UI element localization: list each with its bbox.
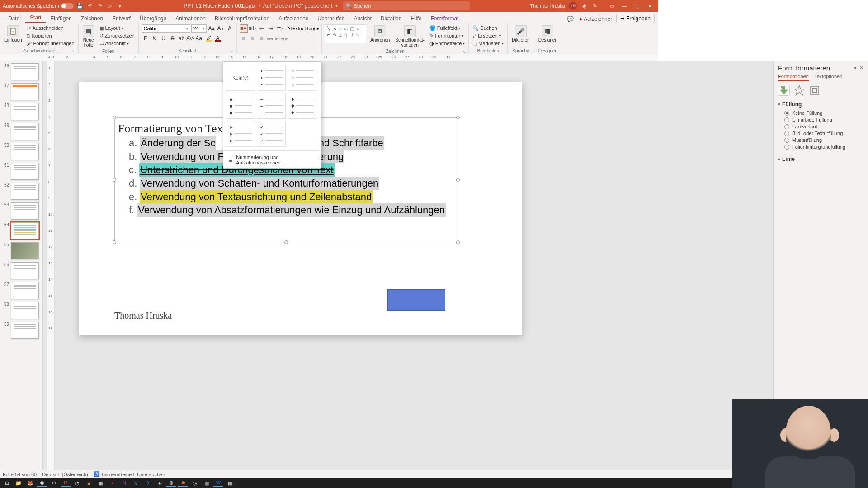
thumbnail-slide[interactable] xyxy=(11,282,39,299)
ribbon-options-icon[interactable]: ▭ xyxy=(606,1,618,10)
thumbnail-slide[interactable] xyxy=(11,123,39,140)
shape-rect-icon[interactable]: ▭ xyxy=(344,26,349,31)
bullets-more-option[interactable]: ≣ Nummerierung und Aufzählungszeichen... xyxy=(223,152,321,168)
thumbnail-slide[interactable] xyxy=(11,83,39,100)
tab-transitions[interactable]: Übergänge xyxy=(135,14,171,23)
bullet-option-check[interactable]: ✓✓✓ xyxy=(257,121,286,147)
align-center-icon[interactable]: ≡ xyxy=(249,34,257,42)
shape-star-icon[interactable]: ☆ xyxy=(355,32,361,37)
thumbnail-slide[interactable] xyxy=(11,63,39,80)
record-button[interactable]: ●Aufzeichnen xyxy=(576,15,616,23)
bullet-option-diamond[interactable]: ❖❖❖ xyxy=(288,93,316,119)
thumbnail-slide[interactable] xyxy=(11,322,39,339)
font-color-icon[interactable]: A xyxy=(214,34,222,42)
qat-more-icon[interactable]: ▾ xyxy=(116,2,123,9)
thumbnail-item[interactable]: 53 xyxy=(2,202,41,220)
undo-icon[interactable]: ↶ xyxy=(86,2,94,9)
align-left-icon[interactable]: ≡ xyxy=(240,34,248,42)
resize-handle[interactable] xyxy=(284,240,288,244)
bullet-option-arrow[interactable]: ➤➤➤ xyxy=(226,121,255,147)
thumbnail-item[interactable]: 51 xyxy=(2,163,41,180)
decrease-indent-icon[interactable]: ⇤ xyxy=(258,24,266,33)
thumbnail-item[interactable]: 52 xyxy=(2,183,41,200)
shape-brace-r-icon[interactable]: } xyxy=(349,32,355,37)
thumbnail-slide[interactable] xyxy=(11,143,39,160)
dialog-launcher-icon[interactable]: ↘ xyxy=(462,50,466,54)
thumbnail-slide[interactable] xyxy=(11,222,39,239)
tab-record[interactable]: Aufzeichnen xyxy=(274,14,313,23)
shape-line-icon[interactable]: ╲ xyxy=(326,26,331,31)
tab-home[interactable]: Start xyxy=(25,13,46,23)
format-painter-button[interactable]: 🖌Format übertragen xyxy=(26,40,75,47)
shape-outline-button[interactable]: ✎Formkontur▾ xyxy=(429,32,466,39)
shape-gallery[interactable]: ╲↘↔ ▭▢○ ⌐∿⌶ {}☆ xyxy=(325,24,366,43)
tab-view[interactable]: Ansicht xyxy=(349,14,376,23)
arrange-button[interactable]: ⧉ Anordnen xyxy=(369,24,391,43)
document-title[interactable]: PPT 01 Roter Faden 001.pptx • Auf "diese… xyxy=(184,3,337,9)
font-name-select[interactable]: Calibri▾ xyxy=(142,24,190,33)
resize-handle[interactable] xyxy=(456,178,460,182)
chevron-down-icon[interactable]: ▾ xyxy=(335,4,338,8)
dialog-launcher-icon[interactable]: ↘ xyxy=(231,49,234,53)
cut-button[interactable]: ✂Ausschneiden xyxy=(26,24,75,32)
bullets-dropdown[interactable]: Kein(e) ••• ○○○ ■■■ ––– ❖❖❖ ➤➤➤ xyxy=(223,61,321,169)
share-button[interactable]: ➦Freigeben xyxy=(616,14,655,23)
list-text[interactable]: Verwendung von Schatten- und Konturforma… xyxy=(140,177,379,190)
close-icon[interactable]: ✕ xyxy=(644,1,656,10)
minimize-icon[interactable]: — xyxy=(618,1,630,10)
thumbnail-item[interactable]: 46 xyxy=(2,63,41,80)
thumbnail-item[interactable]: 59 xyxy=(2,322,41,339)
tab-dictation[interactable]: Dictation xyxy=(376,14,406,23)
bullet-option-square[interactable]: ■■■ xyxy=(226,93,255,119)
shape-effects-button[interactable]: ◑Formeffekte▾ xyxy=(429,40,466,47)
thumbnail-item[interactable]: 48 xyxy=(2,103,41,120)
thumbnail-slide[interactable] xyxy=(11,242,39,259)
coming-soon-icon[interactable]: ◈ xyxy=(580,2,588,9)
thumbnail-slide[interactable] xyxy=(11,163,39,180)
line-spacing-icon[interactable]: ≣▾ xyxy=(276,24,284,33)
save-icon[interactable]: 💾 xyxy=(76,2,84,9)
tab-help[interactable]: Hilfe xyxy=(406,14,426,23)
dictate-button[interactable]: 🎤 Diktieren xyxy=(510,24,531,43)
clear-formatting-icon[interactable]: A̷ xyxy=(226,24,234,33)
new-slide-button[interactable]: ▤ Neue Folie xyxy=(81,24,96,48)
toggle-switch[interactable] xyxy=(61,3,74,9)
slide-canvas[interactable]: 1234567891011121314151617 Formatierung v… xyxy=(43,61,658,369)
decrease-font-icon[interactable]: A▾ xyxy=(217,24,225,33)
italic-icon[interactable]: K xyxy=(151,34,159,42)
slide-title-text[interactable]: Formatierung von Tex xyxy=(118,122,223,136)
tab-slideshow[interactable]: Bildschirmpräsentation xyxy=(210,14,274,23)
convert-smartart-button[interactable]: vertieren▾ xyxy=(267,36,288,41)
thumbnail-item[interactable]: 57 xyxy=(2,282,41,299)
slide-thumbnails-panel[interactable]: 4647484950515253545556575859 xyxy=(0,61,43,369)
text-direction-button[interactable]: ↕ATextrichtung▾ xyxy=(285,26,319,31)
shape-brace-l-icon[interactable]: { xyxy=(344,32,349,37)
bold-icon[interactable]: F xyxy=(142,34,150,42)
resize-handle[interactable] xyxy=(113,240,116,244)
rectangle-shape[interactable] xyxy=(387,289,445,311)
thumbnail-slide[interactable] xyxy=(11,262,39,279)
section-button[interactable]: ▭Abschnitt▾ xyxy=(99,40,136,47)
reset-button[interactable]: ↺Zurücksetzen xyxy=(99,32,136,39)
search-input[interactable]: 🔍 Suchen xyxy=(343,1,470,10)
comments-icon[interactable]: 💬 xyxy=(564,15,576,23)
find-button[interactable]: 🔍Suchen xyxy=(472,24,505,32)
thumbnail-slide[interactable] xyxy=(11,183,39,200)
resize-handle[interactable] xyxy=(456,240,460,244)
strikethrough-icon[interactable]: S xyxy=(169,34,177,42)
paste-button[interactable]: 📋 Einfügen xyxy=(3,24,23,43)
dialog-launcher-icon[interactable]: ↘ xyxy=(72,49,75,53)
thumbnail-item[interactable]: 54 xyxy=(2,222,41,239)
thumbnail-slide[interactable] xyxy=(11,302,39,319)
list-text[interactable]: Änderung der Sc xyxy=(140,136,216,150)
tab-shape-format[interactable]: Formformat xyxy=(426,14,463,23)
shape-line-arrow-icon[interactable]: ↘ xyxy=(332,26,337,31)
designer-button[interactable]: ▦ Designer xyxy=(537,24,558,43)
resize-handle[interactable] xyxy=(113,116,116,119)
font-size-select[interactable]: 24▾ xyxy=(191,24,207,33)
thumbnail-slide[interactable] xyxy=(11,103,39,120)
align-right-icon[interactable]: ≡ xyxy=(258,34,266,42)
shape-roundrect-icon[interactable]: ▢ xyxy=(349,26,355,31)
tab-design[interactable]: Entwurf xyxy=(108,14,135,23)
resize-handle[interactable] xyxy=(113,178,116,182)
